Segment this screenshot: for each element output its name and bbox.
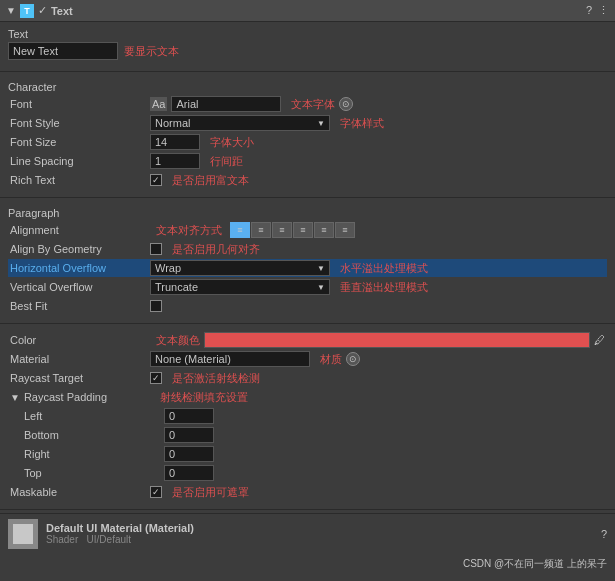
padding-left-row: Left: [8, 407, 607, 425]
divider-2: [0, 197, 615, 198]
color-section: Color 文本颜色 🖊 Material 材质 ⊙ Raycast Targe…: [0, 327, 615, 506]
font-style-arrow: ▼: [317, 119, 325, 128]
rich-text-checkbox[interactable]: [150, 174, 162, 186]
raycast-padding-expand-icon[interactable]: ▼: [10, 392, 20, 403]
material-preview-icon: [8, 519, 38, 549]
alignment-value: 文本对齐方式 ≡ ≡ ≡ ≡ ≡ ≡: [150, 222, 605, 238]
rich-text-label: Rich Text: [10, 174, 150, 186]
align-btn-2[interactable]: ≡: [272, 222, 292, 238]
material-value: 材质 ⊙: [150, 351, 605, 367]
align-by-geometry-value: 是否启用几何对齐: [150, 242, 605, 257]
divider-1: [0, 71, 615, 72]
material-row: Material 材质 ⊙: [8, 350, 607, 368]
material-select-btn[interactable]: ⊙: [346, 352, 360, 366]
align-btn-1[interactable]: ≡: [251, 222, 271, 238]
font-input[interactable]: [171, 96, 281, 112]
align-by-geometry-label: Align By Geometry: [10, 243, 150, 255]
maskable-value: 是否启用可遮罩: [150, 485, 605, 500]
align-btn-3[interactable]: ≡: [293, 222, 313, 238]
horizontal-overflow-value: Wrap ▼ 水平溢出处理模式: [150, 260, 605, 276]
color-annotation: 文本颜色: [156, 333, 200, 348]
vertical-overflow-arrow: ▼: [317, 283, 325, 292]
font-style-dropdown[interactable]: Normal ▼: [150, 115, 330, 131]
best-fit-row: Best Fit: [8, 297, 607, 315]
raycast-target-label: Raycast Target: [10, 372, 150, 384]
best-fit-checkbox[interactable]: [150, 300, 162, 312]
expand-icon[interactable]: ▼: [6, 5, 16, 16]
component-checkbox[interactable]: ✓: [38, 4, 47, 17]
padding-bottom-value: [164, 427, 605, 443]
padding-top-row: Top: [8, 464, 607, 482]
bottom-help-btn[interactable]: ?: [601, 528, 607, 540]
padding-top-input[interactable]: [164, 465, 214, 481]
font-value: Aa 文本字体 ⊙: [150, 96, 605, 112]
maskable-checkbox[interactable]: [150, 486, 162, 498]
help-button[interactable]: ?: [586, 4, 592, 17]
shader-label: Shader: [46, 534, 78, 545]
raycast-target-checkbox[interactable]: [150, 372, 162, 384]
color-row: Color 文本颜色 🖊: [8, 331, 607, 349]
font-row: Font Aa 文本字体 ⊙: [8, 95, 607, 113]
text-input[interactable]: [8, 42, 118, 60]
align-by-geometry-checkbox[interactable]: [150, 243, 162, 255]
horizontal-overflow-dropdown[interactable]: Wrap ▼: [150, 260, 330, 276]
padding-bottom-row: Bottom: [8, 426, 607, 444]
padding-bottom-input[interactable]: [164, 427, 214, 443]
horizontal-overflow-arrow: ▼: [317, 264, 325, 273]
font-size-annotation: 字体大小: [210, 135, 254, 150]
align-btn-0[interactable]: ≡: [230, 222, 250, 238]
text-input-row: 要显示文本: [8, 42, 607, 60]
align-by-geometry-row: Align By Geometry 是否启用几何对齐: [8, 240, 607, 258]
color-label: Color: [10, 334, 150, 346]
character-section: Character Font Aa 文本字体 ⊙ Font Style Norm…: [0, 75, 615, 194]
padding-right-label: Right: [24, 448, 164, 460]
font-style-row: Font Style Normal ▼ 字体样式: [8, 114, 607, 132]
alignment-label: Alignment: [10, 224, 150, 236]
raycast-padding-header-row: ▼ Raycast Padding 射线检测填充设置: [8, 388, 607, 406]
font-size-input[interactable]: [150, 134, 200, 150]
vertical-overflow-label: Vertical Overflow: [10, 281, 150, 293]
material-input[interactable]: [150, 351, 310, 367]
align-btn-5[interactable]: ≡: [335, 222, 355, 238]
line-spacing-input[interactable]: [150, 153, 200, 169]
settings-button[interactable]: ⋮: [598, 4, 609, 17]
padding-left-value: [164, 408, 605, 424]
font-label: Font: [10, 98, 150, 110]
padding-left-label: Left: [24, 410, 164, 422]
maskable-annotation: 是否启用可遮罩: [172, 485, 249, 500]
bottom-bar-title: Default UI Material (Material): [46, 522, 601, 534]
divider-4: [0, 509, 615, 510]
character-label: Character: [8, 81, 607, 93]
rich-text-value: 是否启用富文本: [150, 173, 605, 188]
color-picker[interactable]: [204, 332, 590, 348]
material-annotation: 材质: [320, 352, 342, 367]
horizontal-overflow-label: Horizontal Overflow: [10, 262, 150, 274]
text-section: Text 要显示文本: [0, 22, 615, 68]
line-spacing-value: 行间距: [150, 153, 605, 169]
padding-right-input[interactable]: [164, 446, 214, 462]
font-style-value: Normal ▼ 字体样式: [150, 115, 605, 131]
watermark-text: CSDN @不在同一频道 上的呆子: [463, 558, 607, 569]
font-style-label: Font Style: [10, 117, 150, 129]
divider-3: [0, 323, 615, 324]
rich-text-annotation: 是否启用富文本: [172, 173, 249, 188]
font-size-label: Font Size: [10, 136, 150, 148]
raycast-padding-annotation: 射线检测填充设置: [154, 390, 605, 405]
bottom-bar-shader: Shader UI/Default: [46, 534, 601, 545]
rich-text-row: Rich Text 是否启用富文本: [8, 171, 607, 189]
horizontal-overflow-current: Wrap: [155, 262, 181, 274]
panel-header: ▼ T ✓ Text ? ⋮: [0, 0, 615, 22]
component-icon: T: [20, 4, 34, 18]
horizontal-overflow-row: Horizontal Overflow Wrap ▼ 水平溢出处理模式: [8, 259, 607, 277]
header-icons: ? ⋮: [586, 4, 609, 17]
vertical-overflow-dropdown[interactable]: Truncate ▼: [150, 279, 330, 295]
eyedropper-icon[interactable]: 🖊: [594, 334, 605, 346]
vertical-overflow-row: Vertical Overflow Truncate ▼ 垂直溢出处理模式: [8, 278, 607, 296]
vertical-overflow-value: Truncate ▼ 垂直溢出处理模式: [150, 279, 605, 295]
align-btn-4[interactable]: ≡: [314, 222, 334, 238]
raycast-padding-annot: 射线检测填充设置: [160, 390, 248, 405]
padding-left-input[interactable]: [164, 408, 214, 424]
bottom-bar: Default UI Material (Material) Shader UI…: [0, 513, 615, 553]
font-style-annotation: 字体样式: [340, 116, 384, 131]
font-select-btn[interactable]: ⊙: [339, 97, 353, 111]
